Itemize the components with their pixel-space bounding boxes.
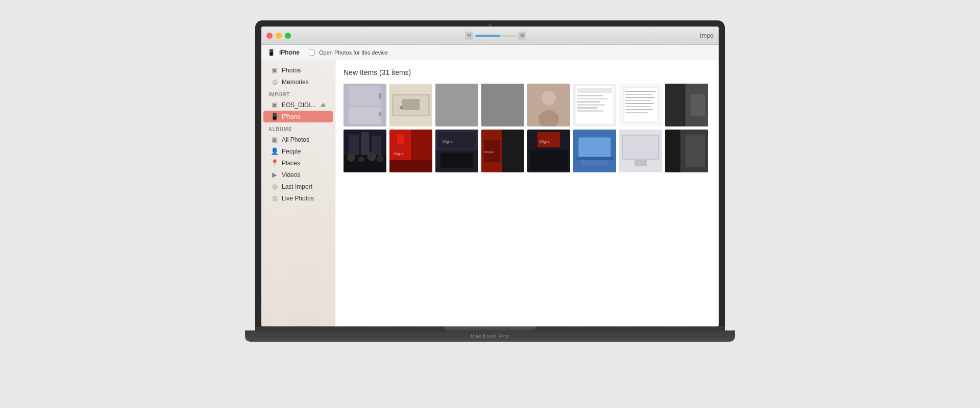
svg-rect-22 <box>577 101 600 103</box>
svg-text:iDigital: iDigital <box>540 140 550 144</box>
photos-label: Photos <box>282 67 301 74</box>
photo-thumb[interactable] <box>619 130 662 172</box>
laptop-screen: ⊟ ⊞ Impo 📱 iPhone Open Photos for this d… <box>255 20 725 326</box>
photo-thumb[interactable] <box>435 84 478 126</box>
svg-rect-13 <box>481 84 524 126</box>
photo-thumb[interactable]: iDigital <box>435 130 478 172</box>
open-photos-checkbox[interactable] <box>309 49 315 56</box>
svg-rect-12 <box>435 84 478 126</box>
last-import-icon: ◎ <box>271 183 279 190</box>
videos-icon: ▶ <box>271 171 279 178</box>
sidebar-item-photos[interactable]: ▣ Photos <box>263 64 333 76</box>
svg-rect-73 <box>623 136 658 159</box>
window-controls <box>266 33 291 39</box>
svg-rect-11 <box>402 99 420 110</box>
people-icon: 👤 <box>271 147 279 155</box>
svg-rect-29 <box>625 94 653 95</box>
svg-point-46 <box>367 152 376 161</box>
sidebar-item-eos[interactable]: ▣ EOS_DIGI... ⏏ <box>263 99 333 111</box>
photo-thumb[interactable] <box>481 84 524 126</box>
import-section-label: Import <box>261 88 335 99</box>
device-phone-icon: 📱 <box>267 49 275 56</box>
svg-point-47 <box>377 155 384 162</box>
svg-text:iDigital: iDigital <box>443 140 453 144</box>
svg-rect-52 <box>389 160 432 172</box>
iphone-label: iPhone <box>282 113 301 120</box>
live-photos-label: Live Photos <box>282 195 314 202</box>
eos-label: EOS_DIGI... <box>282 101 316 109</box>
eos-icon: ▣ <box>271 101 279 109</box>
minimize-button[interactable] <box>276 33 282 39</box>
svg-rect-34 <box>625 109 653 110</box>
svg-rect-41 <box>349 135 359 155</box>
main-content: ▣ Photos ◎ Memories Import ▣ EOS_DIGI...… <box>261 60 719 326</box>
svg-rect-70 <box>581 160 608 166</box>
svg-rect-32 <box>625 103 654 104</box>
svg-rect-65 <box>530 150 568 170</box>
places-icon: 📍 <box>271 159 279 167</box>
content-header: New Items (31 items) <box>344 68 710 76</box>
svg-rect-20 <box>577 95 603 96</box>
svg-rect-69 <box>576 157 614 160</box>
photo-thumb[interactable]: iDigital <box>389 84 432 126</box>
svg-rect-2 <box>349 86 381 107</box>
svg-rect-33 <box>625 106 650 107</box>
albums-section-label: Albums <box>261 122 335 134</box>
import-button[interactable]: Impo <box>700 32 714 39</box>
svg-rect-68 <box>579 138 610 157</box>
maximize-button[interactable] <box>285 33 291 39</box>
sidebar-item-videos[interactable]: ▶ Videos <box>263 169 333 181</box>
sidebar-item-live-photos[interactable]: ◎ Live Photos <box>263 192 333 204</box>
zoom-out-button[interactable]: ⊟ <box>465 32 473 40</box>
open-photos-label: Open Photos for this device <box>319 49 388 56</box>
svg-rect-28 <box>625 91 656 92</box>
photo-thumb[interactable] <box>573 130 616 172</box>
sidebar-item-iphone[interactable]: 📱 iPhone <box>263 111 333 122</box>
sidebar-item-memories[interactable]: ◎ Memories <box>263 76 333 88</box>
places-label: Places <box>282 160 300 167</box>
laptop-container: ⊟ ⊞ Impo 📱 iPhone Open Photos for this d… <box>240 20 740 388</box>
zoom-slider[interactable] <box>475 35 516 37</box>
photo-grid-row1: iDigital <box>344 84 710 126</box>
sidebar-item-people[interactable]: 👤 People <box>263 145 333 157</box>
photo-thumb[interactable]: iDigital <box>527 130 570 172</box>
photo-thumb[interactable] <box>665 130 708 172</box>
sidebar-item-all-photos[interactable]: ▣ All Photos <box>263 134 333 145</box>
photo-thumb[interactable] <box>344 130 386 172</box>
photo-thumb[interactable] <box>619 84 662 126</box>
content-area: New Items (31 items) <box>335 60 719 326</box>
svg-rect-43 <box>372 136 381 155</box>
people-label: People <box>282 148 301 155</box>
svg-rect-27 <box>623 88 658 122</box>
svg-rect-74 <box>634 160 647 166</box>
sidebar: ▣ Photos ◎ Memories Import ▣ EOS_DIGI...… <box>261 60 335 326</box>
sidebar-item-last-import[interactable]: ◎ Last Import <box>263 181 333 192</box>
svg-rect-42 <box>361 132 369 155</box>
svg-point-44 <box>347 154 355 162</box>
all-photos-label: All Photos <box>282 136 309 143</box>
svg-text:iDigital: iDigital <box>394 152 404 156</box>
live-photos-icon: ◎ <box>271 194 279 202</box>
photo-thumb[interactable] <box>344 84 386 126</box>
iphone-icon: 📱 <box>271 113 279 120</box>
svg-rect-24 <box>577 107 598 109</box>
photo-thumb[interactable]: iDigital <box>481 130 524 172</box>
laptop-hinge <box>444 326 536 330</box>
svg-rect-38 <box>691 94 705 116</box>
svg-rect-57 <box>440 152 473 168</box>
close-button[interactable] <box>266 33 273 39</box>
svg-rect-23 <box>577 104 605 106</box>
photo-thumb[interactable] <box>573 84 616 126</box>
photo-thumb[interactable]: iDigital <box>389 130 432 172</box>
zoom-in-button[interactable]: ⊞ <box>518 32 526 40</box>
eject-icon[interactable]: ⏏ <box>321 101 326 108</box>
screen-content: ⊟ ⊞ Impo 📱 iPhone Open Photos for this d… <box>261 27 719 326</box>
svg-rect-31 <box>625 100 651 101</box>
svg-point-45 <box>358 156 364 162</box>
svg-rect-6 <box>379 112 381 116</box>
photo-thumb[interactable] <box>665 84 708 126</box>
svg-text:iDigital: iDigital <box>484 150 494 154</box>
titlebar-center: ⊟ ⊞ <box>291 32 700 40</box>
sidebar-item-places[interactable]: 📍 Places <box>263 157 333 169</box>
photo-thumb[interactable] <box>527 84 570 126</box>
